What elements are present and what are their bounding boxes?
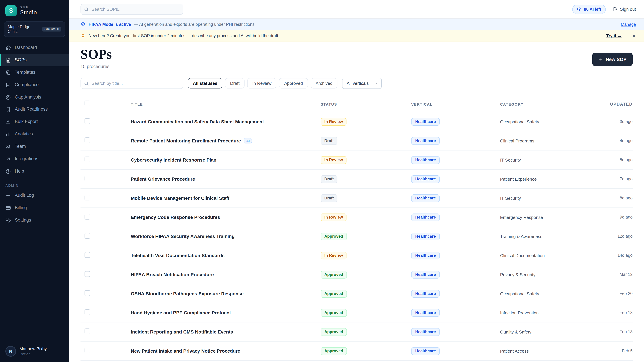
sidebar-item-gap-analysis[interactable]: Gap Analysis [0, 91, 69, 103]
sidebar-nav: Dashboard SOPs Templates Compliance Gap … [0, 41, 69, 178]
row-checkbox[interactable] [84, 328, 90, 334]
sop-title-link[interactable]: Hand Hygiene and PPE Compliance Protocol [131, 310, 231, 316]
status-filter-in-review[interactable]: In Review [247, 78, 276, 88]
sop-title-link[interactable]: Patient Grievance Procedure [131, 176, 195, 182]
shield-check-icon [80, 22, 86, 27]
table-row[interactable]: Incident Reporting and CMS Notifiable Ev… [80, 323, 632, 342]
table-row[interactable]: Workforce HIPAA Security Awareness Train… [80, 227, 632, 246]
new-sop-button[interactable]: New SOP [592, 53, 633, 66]
sop-title-link[interactable]: Mobile Device Management for Clinical St… [131, 195, 230, 201]
select-all-checkbox[interactable] [84, 100, 90, 106]
row-checkbox[interactable] [84, 252, 90, 258]
chart-icon [5, 131, 11, 137]
table-row[interactable]: OSHA Bloodborne Pathogens Exposure Respo… [80, 284, 632, 303]
chevron-down-icon [374, 81, 379, 85]
table-row[interactable]: Telehealth Visit Documentation Standards… [80, 246, 632, 265]
updated-text: 4d ago [596, 138, 632, 143]
user-menu[interactable]: N Matthew Bixby Owner [0, 341, 69, 362]
table-row[interactable]: Patient Grievance Procedure Draft Health… [80, 170, 632, 189]
sop-title-link[interactable]: OSHA Bloodborne Pathogens Exposure Respo… [131, 291, 244, 296]
user-role: Owner [20, 352, 47, 356]
filter-bar: All statusesDraftIn ReviewApprovedArchiv… [80, 78, 632, 89]
sop-title-link[interactable]: Cybersecurity Incident Response Plan [131, 157, 216, 163]
row-checkbox[interactable] [84, 137, 90, 143]
ai-credits-badge[interactable]: 80 AI left [572, 4, 606, 14]
updated-text: 8d ago [596, 196, 632, 200]
updated-text: Feb 13 [596, 330, 632, 334]
sop-title-link[interactable]: Hazard Communication and Safety Data She… [131, 119, 264, 124]
row-checkbox[interactable] [84, 156, 90, 162]
sop-title-link[interactable]: Incident Reporting and CMS Notifiable Ev… [131, 329, 233, 335]
category-text: Patient Access [500, 349, 596, 354]
status-filter-draft[interactable]: Draft [225, 78, 244, 88]
sidebar-item-integrations[interactable]: Integrations [0, 153, 69, 165]
updated-text: Feb 18 [596, 310, 632, 315]
row-checkbox[interactable] [84, 309, 90, 315]
vertical-badge: Healthcare [411, 328, 440, 336]
try-it-link[interactable]: Try it → [606, 33, 622, 38]
status-filter-archived[interactable]: Archived [310, 78, 338, 88]
sidebar-item-sops[interactable]: SOPs [0, 54, 69, 66]
sidebar-item-bulk-export[interactable]: Bulk Export [0, 116, 69, 128]
search-icon [84, 81, 89, 86]
row-checkbox[interactable] [84, 175, 90, 181]
row-checkbox[interactable] [84, 214, 90, 219]
sop-title-link[interactable]: Emergency Code Response Procedures [131, 215, 220, 220]
list-icon [5, 193, 11, 198]
sign-out-button[interactable]: Sign out [613, 7, 636, 12]
home-icon [5, 45, 11, 51]
row-checkbox[interactable] [84, 233, 90, 239]
plus-icon [598, 57, 603, 62]
sidebar-item-templates[interactable]: Templates [0, 66, 69, 79]
status-filter-group: All statusesDraftIn ReviewApprovedArchiv… [188, 78, 338, 88]
sop-title-link[interactable]: New Patient Intake and Privacy Notice Pr… [131, 348, 240, 354]
category-text: Privacy & Security [500, 272, 596, 277]
sidebar-item-settings[interactable]: Settings [0, 214, 69, 226]
app-root: S SOP Studio Maple Ridge Clinic GROWTH D… [0, 0, 644, 362]
workspace-selector[interactable]: Maple Ridge Clinic GROWTH [4, 21, 65, 37]
sidebar-item-help[interactable]: Help [0, 165, 69, 178]
bookmark-icon [5, 107, 11, 112]
sidebar-item-audit-log[interactable]: Audit Log [0, 189, 69, 202]
sidebar-item-compliance[interactable]: Compliance [0, 79, 69, 91]
card-icon [5, 205, 11, 211]
table-row[interactable]: Remote Patient Monitoring Enrollment Pro… [80, 131, 632, 150]
sop-title-link[interactable]: Remote Patient Monitoring Enrollment Pro… [131, 138, 241, 143]
status-badge: In Review [321, 118, 347, 125]
status-badge: Approved [321, 328, 347, 336]
row-checkbox[interactable] [84, 290, 90, 296]
manage-link[interactable]: Manage [621, 22, 636, 27]
table-row[interactable]: Emergency Code Response Procedures In Re… [80, 208, 632, 227]
brand-top-label: SOP [20, 6, 37, 9]
status-filter-approved[interactable]: Approved [279, 78, 308, 88]
table-row[interactable]: Cybersecurity Incident Response Plan In … [80, 150, 632, 170]
close-icon[interactable]: ✕ [632, 33, 636, 38]
row-checkbox[interactable] [84, 271, 90, 277]
status-filter-all-statuses[interactable]: All statuses [188, 78, 222, 88]
sop-title-link[interactable]: HIPAA Breach Notification Procedure [131, 272, 214, 277]
vertical-badge: Healthcare [411, 137, 440, 145]
global-search-input[interactable] [80, 4, 183, 15]
title-search-input[interactable] [80, 78, 183, 89]
sidebar-item-dashboard[interactable]: Dashboard [0, 41, 69, 54]
table-row[interactable]: Hand Hygiene and PPE Compliance Protocol… [80, 303, 632, 323]
sop-title-link[interactable]: Telehealth Visit Documentation Standards [131, 253, 224, 258]
table-row[interactable]: Mobile Device Management for Clinical St… [80, 189, 632, 208]
updated-text: Feb 5 [596, 349, 632, 353]
sidebar-item-analytics[interactable]: Analytics [0, 128, 69, 140]
sidebar-item-billing[interactable]: Billing [0, 202, 69, 214]
table-row[interactable]: HIPAA Breach Notification Procedure Appr… [80, 265, 632, 284]
sop-title-link[interactable]: Workforce HIPAA Security Awareness Train… [131, 234, 234, 239]
row-checkbox[interactable] [84, 348, 90, 353]
tip-banner-text: New here? Create your first SOP in under… [88, 33, 280, 38]
hipaa-banner-title: HIPAA Mode is active [88, 22, 131, 27]
sidebar-item-audit-readiness[interactable]: Audit Readiness [0, 103, 69, 116]
table-row[interactable]: Hazard Communication and Safety Data She… [80, 112, 632, 131]
verticals-select[interactable]: All verticals [342, 78, 382, 89]
column-header-category: CATEGORY [500, 102, 596, 106]
row-checkbox[interactable] [84, 195, 90, 200]
row-checkbox[interactable] [84, 118, 90, 124]
sidebar-item-team[interactable]: Team [0, 140, 69, 153]
table-row[interactable]: New Patient Intake and Privacy Notice Pr… [80, 342, 632, 361]
sidebar-admin-nav: Audit Log Billing Settings [0, 189, 69, 226]
